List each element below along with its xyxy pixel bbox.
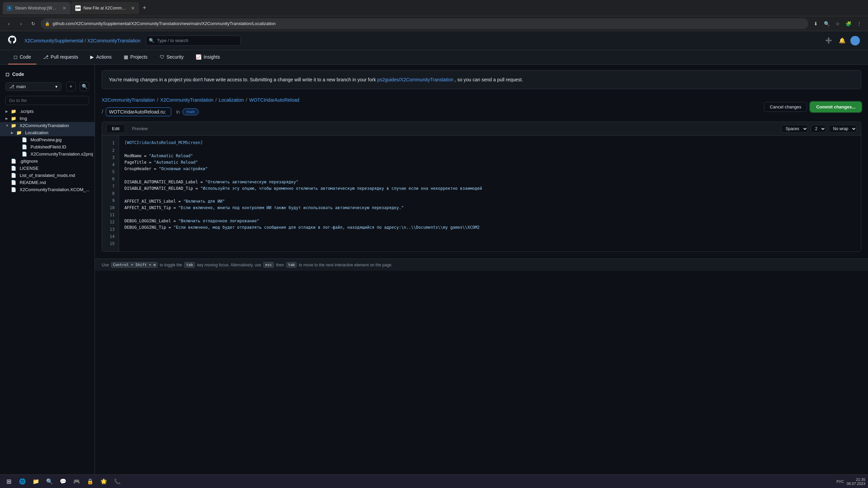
taskbar-item[interactable]: 🔒 bbox=[84, 475, 96, 488]
pr-nav-icon: ⎇ bbox=[43, 54, 48, 60]
fork-link[interactable]: ps2guides/X2CommunityTranslation bbox=[377, 77, 453, 82]
taskbar-items: 🌐📁🔍💬🎮🔒🌟📞 bbox=[16, 475, 123, 488]
start-button[interactable]: ⊞ bbox=[3, 475, 15, 488]
tree-item[interactable]: 📄X2CommunityTranslation.x2proj bbox=[0, 150, 95, 158]
new-item-button[interactable]: ➕ bbox=[823, 35, 834, 46]
tree-item[interactable]: 📄ModPreview.jpg bbox=[0, 136, 95, 143]
download-icon[interactable]: ⬇ bbox=[811, 19, 821, 28]
refresh-button[interactable]: ↻ bbox=[28, 19, 38, 28]
tree-arrow-icon: ▼ bbox=[5, 124, 9, 127]
code-line: AFFECT_AI_UNITS_Label = "Включить для ИИ… bbox=[124, 198, 855, 205]
breadcrumb-link[interactable]: X2CommunityTranslation bbox=[160, 97, 214, 103]
new-tab-button[interactable]: + bbox=[140, 3, 149, 13]
breadcrumb-link[interactable]: Localization bbox=[219, 97, 244, 103]
wrap-selector[interactable]: No wrap bbox=[829, 125, 857, 133]
tree-item[interactable]: 📄.gitignore bbox=[0, 158, 95, 165]
github-search[interactable]: 🔍 Type / to search bbox=[146, 36, 241, 46]
line-number: 14 bbox=[102, 233, 119, 240]
extensions-icon[interactable]: 🧩 bbox=[844, 19, 853, 28]
commit-changes-button[interactable]: Commit changes... bbox=[810, 102, 861, 112]
nav-code[interactable]: ◻ Code bbox=[8, 50, 36, 64]
tree-item[interactable]: 📄X2CommunityTranslation.XCOM_... bbox=[0, 186, 95, 193]
browser-action-buttons: ⬇ 🔍 ☆ 🧩 ⋮ bbox=[811, 19, 864, 28]
avatar[interactable] bbox=[850, 36, 860, 45]
indent-selector[interactable]: 2 bbox=[811, 125, 826, 133]
branch-label: in bbox=[176, 109, 180, 115]
tree-item[interactable]: 📄PublishedFileId.ID bbox=[0, 143, 95, 150]
code-line: DEBUG_LOGGING_Tip = "Если включено, мод … bbox=[124, 224, 855, 231]
org-link[interactable]: X2CommunitySupplemental bbox=[24, 38, 83, 43]
nav-projects[interactable]: ▦ Projects bbox=[118, 50, 153, 64]
repo-link[interactable]: X2CommunityTranslation bbox=[87, 38, 140, 43]
actions-nav-label: Actions bbox=[96, 54, 112, 60]
taskbar-item[interactable]: 🌟 bbox=[98, 475, 110, 488]
taskbar-item[interactable]: 📁 bbox=[30, 475, 42, 488]
nav-insights[interactable]: 📈 Insights bbox=[190, 50, 225, 64]
forward-button[interactable]: › bbox=[16, 19, 26, 28]
file-actions: Cancel changes Commit changes... bbox=[764, 102, 861, 112]
tab2-close[interactable]: ✕ bbox=[131, 5, 135, 11]
back-button[interactable]: ‹ bbox=[4, 19, 14, 28]
tree-item-name: LICENSE bbox=[20, 166, 39, 171]
code-line: DEBUG_LOGGING_Label = "Включить отладочн… bbox=[124, 218, 855, 224]
browser-tab-1[interactable]: S Steam Workshop:[WOTC] Comm... ✕ bbox=[3, 2, 71, 14]
nav-security[interactable]: 🛡 Security bbox=[154, 50, 189, 64]
tree-item[interactable]: ▼📁X2CommunityTranslation bbox=[0, 122, 95, 129]
line-number: 7 bbox=[102, 183, 119, 190]
breadcrumb-link[interactable]: WOTCIridarAutoReload bbox=[249, 97, 299, 103]
line-number: 11 bbox=[102, 211, 119, 219]
file-icon: 📄 bbox=[11, 173, 16, 178]
add-file-button[interactable]: ＋ bbox=[66, 82, 76, 91]
file-icon: 📄 bbox=[11, 180, 16, 185]
tree-item[interactable]: ▶📁Localization bbox=[0, 129, 95, 136]
tree-item-name: Img bbox=[20, 116, 27, 121]
line-number: 9 bbox=[102, 197, 119, 204]
insights-nav-label: Insights bbox=[203, 54, 220, 60]
line-number: 1 bbox=[102, 140, 119, 147]
tab-key-2: tab bbox=[286, 262, 297, 268]
search-files-button[interactable]: 🔍 bbox=[80, 82, 89, 91]
code-area[interactable]: [WOTCIridarAutoReload_MCMScreen] ModName… bbox=[119, 136, 861, 251]
search-placeholder: Type / to search bbox=[157, 38, 189, 43]
taskbar-item[interactable]: 🎮 bbox=[71, 475, 83, 488]
spaces-selector[interactable]: Spaces bbox=[781, 125, 808, 133]
edit-tab[interactable]: Edit bbox=[106, 124, 125, 133]
taskbar-item[interactable]: 🔍 bbox=[43, 475, 56, 488]
path-separator: / bbox=[85, 38, 86, 43]
tree-item[interactable]: ▶📁Img bbox=[0, 115, 95, 122]
filename-input[interactable] bbox=[106, 107, 171, 116]
go-to-file-input[interactable] bbox=[5, 96, 89, 105]
code-line: DISABLE_AUTOMATIC_RELOAD_Tip = "Использу… bbox=[124, 185, 855, 192]
bookmark-icon[interactable]: ☆ bbox=[833, 19, 842, 28]
tree-item-name: X2CommunityTranslation.XCOM_... bbox=[20, 187, 90, 192]
code-line bbox=[124, 192, 855, 198]
address-text: github.com/X2CommunitySupplemental/X2Com… bbox=[53, 21, 804, 26]
file-icon: 📁 bbox=[11, 123, 16, 128]
branch-selector[interactable]: ⎇ main ▾ bbox=[5, 82, 61, 91]
tree-item[interactable]: 📄README.md bbox=[0, 179, 95, 186]
tab1-close[interactable]: ✕ bbox=[62, 5, 66, 11]
nav-pull-requests[interactable]: ⎇ Pull requests bbox=[38, 50, 83, 64]
taskbar-item[interactable]: 📞 bbox=[111, 475, 123, 488]
taskbar-item[interactable]: 💬 bbox=[57, 475, 69, 488]
notifications-button[interactable]: 🔔 bbox=[837, 35, 848, 46]
zoom-icon[interactable]: 🔍 bbox=[822, 19, 831, 28]
tree-item-name: PublishedFileId.ID bbox=[31, 144, 66, 149]
tree-item[interactable]: 📄List_of_translated_mods.md bbox=[0, 172, 95, 179]
projects-nav-icon: ▦ bbox=[124, 54, 128, 60]
cancel-changes-button[interactable]: Cancel changes bbox=[764, 102, 807, 112]
main-layout: ◻ Code ⎇ main ▾ ＋ 🔍 ▶📁.scripts▶📁Img▼📁X2C… bbox=[0, 65, 868, 486]
info-text: You're making changes in a project you d… bbox=[109, 76, 854, 83]
taskbar-item[interactable]: 🌐 bbox=[16, 475, 28, 488]
nav-actions[interactable]: ▶ Actions bbox=[85, 50, 117, 64]
breadcrumb-link[interactable]: X2CommunityTranslation bbox=[102, 97, 155, 103]
tree-item[interactable]: 📄LICENSE bbox=[0, 165, 95, 172]
browser-tab-2[interactable]: GH New File at X2CommunityTransla... ✕ bbox=[71, 2, 139, 14]
tree-item[interactable]: ▶📁.scripts bbox=[0, 108, 95, 115]
menu-icon[interactable]: ⋮ bbox=[854, 19, 864, 28]
address-bar[interactable]: 🔒 github.com/X2CommunitySupplemental/X2C… bbox=[41, 18, 808, 29]
file-icon: 📄 bbox=[22, 151, 27, 157]
code-nav-label: Code bbox=[20, 54, 31, 60]
code-line: [WOTCIridarAutoReload_MCMScreen] bbox=[124, 140, 855, 146]
preview-tab[interactable]: Preview bbox=[126, 124, 153, 133]
